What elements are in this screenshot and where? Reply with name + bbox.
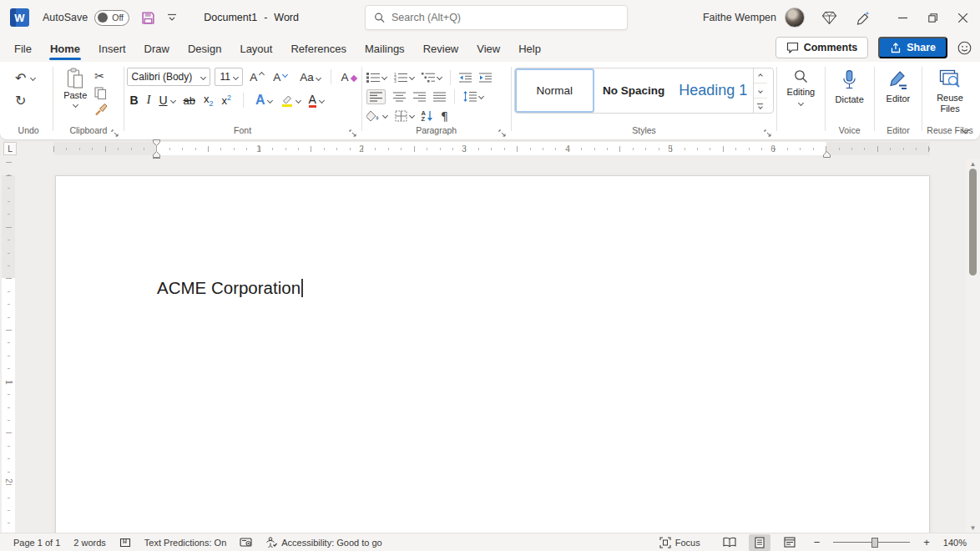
tab-review[interactable]: Review	[414, 35, 468, 62]
clipboard-dialog-launcher[interactable]	[111, 129, 119, 137]
accessibility-status[interactable]: Accessibility: Good to go	[259, 533, 388, 551]
font-size-combobox[interactable]: 11	[215, 68, 243, 86]
line-spacing-chevron[interactable]	[478, 94, 484, 99]
font-size-chevron[interactable]	[233, 73, 239, 79]
font-color-button[interactable]: A	[309, 94, 324, 108]
numbering-button[interactable]: 123	[394, 72, 414, 83]
superscript-button[interactable]: x2	[222, 94, 232, 107]
shrink-font-button[interactable]: A	[270, 71, 290, 83]
show-hide-pilcrow-button[interactable]: ¶	[441, 109, 448, 123]
scroll-up-arrow[interactable]: ▲	[966, 159, 980, 169]
macro-recording-button[interactable]	[233, 533, 259, 551]
bullets-button[interactable]	[366, 72, 386, 83]
tab-draw[interactable]: Draw	[135, 35, 179, 62]
multilevel-list-button[interactable]	[422, 72, 442, 83]
tab-file[interactable]: File	[5, 35, 41, 62]
word-count[interactable]: 2 words	[67, 533, 113, 551]
underline-button[interactable]: U	[159, 94, 174, 107]
align-left-button[interactable]	[366, 89, 386, 104]
font-dialog-launcher[interactable]	[349, 129, 356, 137]
first-line-indent-marker[interactable]	[153, 139, 160, 146]
word-app-icon[interactable]: W	[10, 8, 29, 27]
cut-button[interactable]: ✂	[94, 69, 108, 83]
zoom-slider-thumb[interactable]	[871, 538, 878, 548]
read-mode-button[interactable]	[719, 534, 740, 551]
format-painter-button[interactable]	[94, 104, 108, 116]
paste-button[interactable]: Paste	[56, 68, 94, 125]
justify-button[interactable]	[433, 92, 446, 102]
restore-button[interactable]	[920, 0, 945, 35]
bullets-chevron[interactable]	[381, 74, 387, 80]
underline-chevron[interactable]	[169, 97, 175, 103]
bold-button[interactable]: B	[130, 94, 139, 107]
zoom-out-button[interactable]: −	[807, 533, 827, 551]
close-button[interactable]	[950, 0, 975, 35]
redo-button[interactable]: ↻	[15, 93, 50, 109]
shading-chevron[interactable]	[382, 113, 388, 119]
undo-button[interactable]: ↶	[15, 70, 50, 86]
borders-button[interactable]	[395, 110, 414, 122]
reuse-files-button[interactable]: Reuse Files	[928, 63, 972, 114]
style-heading-1[interactable]: Heading 1	[674, 68, 753, 113]
focus-mode-button[interactable]: Focus	[653, 533, 707, 551]
shading-button[interactable]	[366, 110, 387, 122]
scroll-down-arrow[interactable]: ▼	[966, 523, 980, 533]
whats-new-pen-button[interactable]	[856, 10, 871, 26]
minimize-button[interactable]	[890, 0, 915, 35]
editing-menu-button[interactable]: Editing	[780, 63, 821, 105]
font-color-chevron[interactable]	[319, 97, 325, 103]
styles-scroll-down[interactable]	[754, 83, 767, 99]
sort-button[interactable]: AZ	[422, 110, 433, 122]
comments-button[interactable]: Comments	[775, 37, 869, 58]
paragraph-text[interactable]: ACME Corporation	[157, 278, 301, 297]
feedback-smiley-icon[interactable]	[957, 41, 972, 55]
font-name-chevron[interactable]	[200, 73, 206, 79]
multilevel-chevron[interactable]	[437, 74, 442, 80]
rewards-gem-button[interactable]	[821, 11, 837, 25]
clear-formatting-button[interactable]: A	[339, 71, 359, 83]
tab-mailings[interactable]: Mailings	[356, 35, 414, 62]
highlight-chevron[interactable]	[296, 97, 301, 103]
tab-help[interactable]: Help	[509, 35, 550, 62]
tab-design[interactable]: Design	[179, 35, 230, 62]
styles-dialog-launcher[interactable]	[764, 129, 771, 137]
align-center-button[interactable]	[393, 92, 406, 102]
font-name-combobox[interactable]: Calibri (Body)	[127, 68, 211, 86]
increase-indent-button[interactable]	[479, 73, 492, 83]
align-right-button[interactable]	[413, 92, 426, 102]
numbering-chevron[interactable]	[409, 74, 415, 80]
horizontal-ruler[interactable]: 1 2 3 4 5 6	[53, 142, 930, 155]
tab-references[interactable]: References	[281, 35, 355, 62]
style-normal[interactable]: Normal	[515, 68, 594, 113]
tab-stop-selector[interactable]: L	[3, 142, 17, 155]
tab-insert[interactable]: Insert	[89, 35, 135, 62]
share-button[interactable]: Share	[878, 37, 947, 58]
autosave-toggle[interactable]: Off	[94, 10, 129, 26]
paragraph-dialog-launcher[interactable]	[498, 129, 506, 137]
text-predictions-status[interactable]: Text Predictions: On	[138, 533, 233, 551]
styles-scroll-up[interactable]	[754, 68, 767, 83]
tab-layout[interactable]: Layout	[230, 35, 281, 62]
styles-gallery-more[interactable]	[754, 99, 767, 113]
subscript-button[interactable]: x2	[204, 93, 214, 108]
copy-button[interactable]	[94, 87, 108, 99]
document-text[interactable]: ACME Corporation	[157, 278, 303, 298]
highlight-button[interactable]	[280, 94, 301, 107]
account-user-name[interactable]: Faithe Wempen	[703, 12, 776, 23]
scrollbar-thumb[interactable]	[969, 169, 977, 276]
save-button[interactable]	[141, 11, 155, 25]
change-case-button[interactable]: Aa	[297, 71, 323, 83]
document-page[interactable]: ACME Corporation	[55, 175, 930, 533]
tab-home[interactable]: Home	[41, 35, 89, 62]
search-input[interactable]	[391, 12, 619, 23]
decrease-indent-button[interactable]	[459, 73, 472, 83]
style-no-spacing[interactable]: No Spacing	[594, 68, 674, 113]
tab-view[interactable]: View	[467, 35, 509, 62]
dictate-button[interactable]: Dictate	[828, 63, 871, 105]
proofing-status-button[interactable]	[113, 533, 138, 551]
vertical-ruler[interactable]: 1 2	[2, 159, 15, 533]
editor-button[interactable]: Editor	[877, 63, 919, 104]
user-avatar[interactable]	[785, 8, 805, 28]
undo-dropdown-chevron[interactable]	[30, 75, 36, 81]
print-layout-button[interactable]	[749, 534, 770, 551]
